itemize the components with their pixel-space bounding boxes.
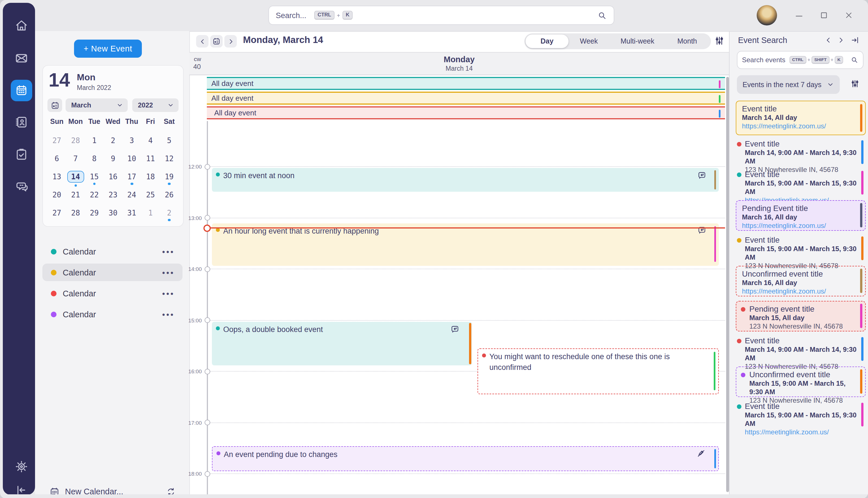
user-avatar[interactable] (757, 5, 777, 25)
plus-sign: + (830, 57, 833, 63)
all-day-event[interactable]: All day event (207, 106, 725, 119)
mini-calendar-day[interactable]: 6 (48, 149, 66, 167)
mini-calendar-day[interactable]: 20 (48, 185, 66, 204)
mini-calendar-day[interactable]: 2 (160, 204, 179, 222)
event-search-result[interactable]: Event title March 14, 9:00 AM - March 14… (736, 139, 866, 165)
mini-calendar-day[interactable]: 4 (141, 131, 160, 149)
new-event-button[interactable]: + New Event (74, 40, 142, 58)
mini-calendar-day[interactable]: 25 (141, 185, 160, 204)
event-unconfirmed[interactable]: You might want to reschedule one of thes… (477, 349, 719, 394)
ellipsis-icon[interactable]: ●●● (162, 311, 175, 317)
tab-week-view[interactable]: Week (569, 37, 609, 45)
mini-calendar-day[interactable]: 9 (104, 149, 122, 167)
main-scrollbar[interactable] (726, 77, 729, 492)
event-search-result[interactable]: Event title March 15, 9:00 AM - March 15… (736, 170, 866, 196)
prev-day-button[interactable] (196, 35, 208, 48)
ellipsis-icon[interactable]: ●●● (162, 290, 175, 296)
maximize-button[interactable] (818, 9, 830, 22)
ellipsis-icon[interactable]: ●●● (162, 270, 175, 275)
minimize-button[interactable] (793, 9, 805, 22)
search-icon[interactable] (851, 56, 858, 64)
mini-calendar-day[interactable]: 3 (122, 131, 141, 149)
mini-calendar-day[interactable]: 1 (85, 131, 104, 149)
mini-calendar-day[interactable]: 29 (85, 204, 104, 222)
event-search-result[interactable]: Event title March 15, 9:00 AM - March 15… (736, 235, 866, 261)
collapse-panel-icon[interactable] (851, 36, 859, 45)
sidebar-item-contacts[interactable] (15, 115, 28, 129)
mini-calendar-day[interactable]: 21 (66, 185, 85, 204)
today-button[interactable] (210, 35, 223, 48)
mini-calendar-day[interactable]: 22 (85, 185, 104, 204)
mini-calendar-day[interactable]: 5 (160, 131, 179, 149)
mini-calendar-day[interactable]: 11 (141, 149, 160, 167)
mini-calendar-day[interactable]: 1 (141, 204, 160, 222)
mini-calendar-day[interactable]: 28 (66, 131, 85, 149)
mini-calendar-day[interactable]: 12 (160, 149, 179, 167)
mini-calendar-day[interactable]: 24 (122, 185, 141, 204)
mini-calendar-day[interactable]: 18 (141, 167, 160, 185)
tab-day-view[interactable]: Day (526, 35, 569, 48)
search-icon[interactable] (597, 11, 607, 20)
pending-edit-icon (697, 449, 706, 458)
calendar-list-item[interactable]: Calendar ●●● (42, 243, 182, 260)
event-search-result[interactable]: Pending Event title March 16, All day ht… (736, 200, 866, 231)
sidebar-item-calendar[interactable] (11, 80, 32, 101)
mini-calendar-day[interactable]: 16 (104, 167, 122, 185)
mini-calendar-day[interactable]: 26 (160, 185, 179, 204)
view-options-filter-icon[interactable] (714, 35, 725, 47)
calendar-list-item-selected[interactable]: Calendar ●●● (42, 264, 182, 281)
mini-calendar-day[interactable]: 10 (122, 149, 141, 167)
mini-calendar-day[interactable]: 19 (160, 167, 179, 185)
mini-calendar-day-selected[interactable]: 14 (66, 167, 85, 185)
mini-calendar-day[interactable]: 23 (104, 185, 122, 204)
mini-calendar-day[interactable]: 27 (48, 131, 66, 149)
mini-calendar-day[interactable]: 15 (85, 167, 104, 185)
event-pending[interactable]: An event pending due to changes (212, 446, 719, 471)
year-select[interactable]: 2022 (132, 99, 179, 112)
search-range-dropdown[interactable]: Events in the next 7 days (737, 75, 840, 94)
meeting-link[interactable]: https://meetinglink.zoom.us/ (742, 122, 859, 131)
sidebar-item-home[interactable] (15, 19, 28, 32)
search-next-icon[interactable] (837, 36, 845, 44)
meeting-link[interactable]: https://meetinglink.zoom.us/ (745, 428, 866, 437)
sidebar-item-chat[interactable] (15, 180, 28, 194)
meeting-link[interactable]: https://meetinglink.zoom.us/ (742, 222, 859, 230)
mini-calendar-day[interactable]: 28 (66, 204, 85, 222)
mini-calendar-day[interactable]: 31 (122, 204, 141, 222)
sidebar-item-tasks[interactable] (15, 148, 28, 161)
event-double-booked[interactable]: Oops, a double booked event (212, 322, 472, 365)
global-search-input[interactable]: Search... CTRL + K (268, 6, 614, 25)
mini-calendar-day[interactable]: 27 (48, 204, 66, 222)
sidebar-item-mail[interactable] (15, 51, 28, 65)
all-day-event[interactable]: All day event (207, 77, 725, 90)
event-search-result[interactable]: Unconfirmed event title March 16, All da… (736, 266, 866, 296)
search-prev-icon[interactable] (825, 36, 832, 44)
month-select[interactable]: March (66, 99, 128, 112)
calendar-list-item[interactable]: Calendar ●●● (42, 305, 182, 323)
mini-calendar-day[interactable]: 7 (66, 149, 85, 167)
next-day-button[interactable] (224, 35, 237, 48)
mini-calendar-day[interactable]: 2 (104, 131, 122, 149)
close-button[interactable] (843, 9, 855, 22)
event-search-result[interactable]: Pending event title March 15, All day 12… (736, 301, 866, 331)
tab-multi-week-view[interactable]: Multi-week (609, 37, 666, 45)
event-search-input[interactable]: Search events CTRL + SHIFT + K (737, 51, 864, 69)
date-picker-calendar-icon[interactable] (48, 99, 62, 112)
calendar-list-item[interactable]: Calendar ●●● (42, 285, 182, 302)
event-30min-noon[interactable]: 30 min event at noon (212, 168, 719, 192)
settings-gear-icon[interactable] (15, 460, 28, 473)
event-search-result[interactable]: Event title March 14, All day https://me… (736, 101, 866, 135)
mini-calendar-day[interactable]: 30 (104, 204, 122, 222)
event-search-result[interactable]: Unconfirmed event title March 15, 9:00 A… (736, 367, 866, 397)
tab-month-view[interactable]: Month (666, 37, 709, 45)
mini-calendar-day[interactable]: 13 (48, 167, 66, 185)
ellipsis-icon[interactable]: ●●● (162, 249, 175, 254)
event-search-result[interactable]: Event title March 15, 9:00 AM - March 15… (736, 402, 866, 428)
event-hour-long[interactable]: An hour long event that is currently hap… (212, 223, 719, 266)
search-filter-icon[interactable] (850, 79, 860, 89)
mini-calendar-day[interactable]: 17 (122, 167, 141, 185)
mini-calendar-day[interactable]: 8 (85, 149, 104, 167)
all-day-event[interactable]: All day event (207, 92, 725, 105)
event-search-result[interactable]: Event title March 14, 9:00 AM - March 14… (736, 336, 866, 362)
meeting-link[interactable]: https://meetinglink.zoom.us/ (742, 287, 859, 296)
